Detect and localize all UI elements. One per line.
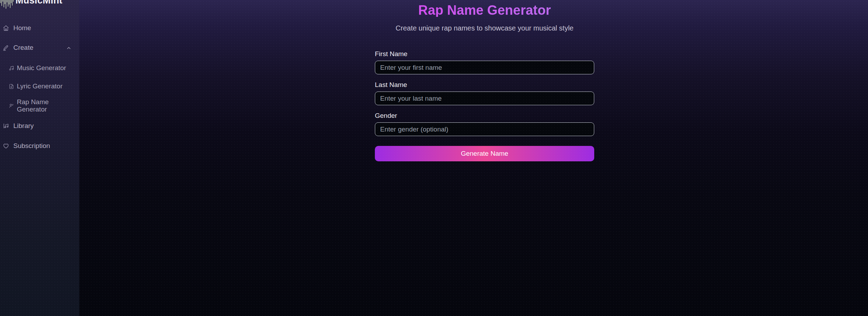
first-name-field-group: First Name bbox=[375, 50, 594, 74]
generate-name-button[interactable]: Generate Name bbox=[375, 146, 594, 161]
user-lines-icon bbox=[9, 103, 14, 108]
sidebar-item-create[interactable]: Create bbox=[0, 41, 79, 55]
document-icon bbox=[9, 84, 14, 89]
sidebar-item-library[interactable]: Library bbox=[0, 119, 79, 133]
chevron-up-icon[interactable] bbox=[66, 45, 72, 51]
page-subtitle: Create unique rap names to showcase your… bbox=[375, 24, 594, 32]
last-name-label: Last Name bbox=[375, 81, 594, 89]
waveform-logo-icon bbox=[0, 0, 14, 9]
create-submenu: Music Generator Lyric Generator Rap Name… bbox=[0, 62, 79, 112]
sidebar-item-label: Rap Name Generator bbox=[17, 98, 59, 113]
sidebar-nav: Home Create Music Generator bbox=[0, 21, 79, 153]
home-icon bbox=[3, 25, 9, 31]
page-title: Rap Name Generator bbox=[375, 4, 594, 17]
app-title: MusicMint bbox=[15, 0, 62, 6]
sidebar-item-rap-name-generator[interactable]: Rap Name Generator bbox=[0, 99, 79, 112]
music-note-icon bbox=[9, 66, 14, 71]
app-root: MusicMint Home Create bbox=[0, 0, 868, 316]
rap-name-form: First Name Last Name Gender Generate Nam… bbox=[375, 50, 594, 161]
pencil-icon bbox=[3, 45, 9, 51]
gender-field-group: Gender bbox=[375, 112, 594, 136]
gender-label: Gender bbox=[375, 112, 594, 120]
first-name-input[interactable] bbox=[375, 61, 594, 74]
library-music-icon bbox=[3, 123, 9, 129]
sidebar-item-subscription[interactable]: Subscription bbox=[0, 139, 79, 153]
sidebar-item-label: Subscription bbox=[13, 142, 50, 150]
sidebar-item-label: Home bbox=[13, 24, 31, 32]
sidebar-item-music-generator[interactable]: Music Generator bbox=[0, 62, 79, 74]
app-logo: MusicMint bbox=[0, 0, 79, 9]
last-name-input[interactable] bbox=[375, 92, 594, 105]
sidebar-item-label: Create bbox=[13, 44, 33, 52]
gender-input[interactable] bbox=[375, 122, 594, 136]
sidebar: MusicMint Home Create bbox=[0, 0, 79, 316]
main-content: Rap Name Generator Create unique rap nam… bbox=[79, 0, 868, 316]
last-name-field-group: Last Name bbox=[375, 81, 594, 105]
first-name-label: First Name bbox=[375, 50, 594, 58]
sidebar-item-label: Lyric Generator bbox=[17, 82, 62, 90]
sidebar-item-label: Music Generator bbox=[17, 64, 66, 72]
sidebar-item-lyric-generator[interactable]: Lyric Generator bbox=[0, 80, 79, 93]
rap-name-generator-panel: Rap Name Generator Create unique rap nam… bbox=[375, 4, 594, 161]
heart-icon bbox=[3, 143, 9, 149]
sidebar-item-label: Library bbox=[13, 122, 34, 130]
sidebar-item-home[interactable]: Home bbox=[0, 21, 79, 35]
